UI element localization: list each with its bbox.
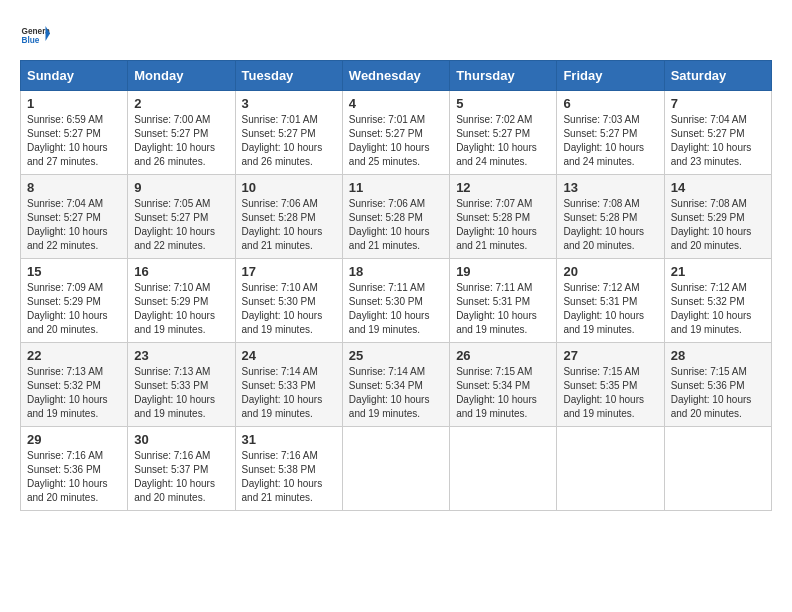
calendar-cell: 29Sunrise: 7:16 AMSunset: 5:36 PMDayligh… <box>21 427 128 511</box>
calendar-cell: 26Sunrise: 7:15 AMSunset: 5:34 PMDayligh… <box>450 343 557 427</box>
calendar-cell <box>664 427 771 511</box>
day-number: 10 <box>242 180 336 195</box>
calendar-cell: 6Sunrise: 7:03 AMSunset: 5:27 PMDaylight… <box>557 91 664 175</box>
weekday-header-thursday: Thursday <box>450 61 557 91</box>
weekday-header-monday: Monday <box>128 61 235 91</box>
day-info: Sunrise: 7:15 AMSunset: 5:36 PMDaylight:… <box>671 365 765 421</box>
day-number: 31 <box>242 432 336 447</box>
day-info: Sunrise: 7:12 AMSunset: 5:31 PMDaylight:… <box>563 281 657 337</box>
week-row-4: 22Sunrise: 7:13 AMSunset: 5:32 PMDayligh… <box>21 343 772 427</box>
day-info: Sunrise: 7:16 AMSunset: 5:37 PMDaylight:… <box>134 449 228 505</box>
weekday-header-friday: Friday <box>557 61 664 91</box>
calendar-cell: 19Sunrise: 7:11 AMSunset: 5:31 PMDayligh… <box>450 259 557 343</box>
weekday-header-wednesday: Wednesday <box>342 61 449 91</box>
day-number: 20 <box>563 264 657 279</box>
calendar-cell: 18Sunrise: 7:11 AMSunset: 5:30 PMDayligh… <box>342 259 449 343</box>
calendar-cell <box>557 427 664 511</box>
day-number: 1 <box>27 96 121 111</box>
calendar-cell: 2Sunrise: 7:00 AMSunset: 5:27 PMDaylight… <box>128 91 235 175</box>
day-info: Sunrise: 7:14 AMSunset: 5:34 PMDaylight:… <box>349 365 443 421</box>
day-info: Sunrise: 7:00 AMSunset: 5:27 PMDaylight:… <box>134 113 228 169</box>
day-number: 19 <box>456 264 550 279</box>
calendar-cell: 25Sunrise: 7:14 AMSunset: 5:34 PMDayligh… <box>342 343 449 427</box>
day-number: 9 <box>134 180 228 195</box>
day-number: 11 <box>349 180 443 195</box>
calendar-cell <box>342 427 449 511</box>
weekday-header-saturday: Saturday <box>664 61 771 91</box>
day-number: 30 <box>134 432 228 447</box>
day-info: Sunrise: 6:59 AMSunset: 5:27 PMDaylight:… <box>27 113 121 169</box>
day-info: Sunrise: 7:04 AMSunset: 5:27 PMDaylight:… <box>27 197 121 253</box>
day-number: 2 <box>134 96 228 111</box>
calendar-cell: 10Sunrise: 7:06 AMSunset: 5:28 PMDayligh… <box>235 175 342 259</box>
day-number: 6 <box>563 96 657 111</box>
day-info: Sunrise: 7:06 AMSunset: 5:28 PMDaylight:… <box>242 197 336 253</box>
calendar-cell: 20Sunrise: 7:12 AMSunset: 5:31 PMDayligh… <box>557 259 664 343</box>
day-number: 13 <box>563 180 657 195</box>
day-number: 4 <box>349 96 443 111</box>
day-info: Sunrise: 7:10 AMSunset: 5:30 PMDaylight:… <box>242 281 336 337</box>
header: General Blue <box>20 20 772 50</box>
week-row-1: 1Sunrise: 6:59 AMSunset: 5:27 PMDaylight… <box>21 91 772 175</box>
day-info: Sunrise: 7:10 AMSunset: 5:29 PMDaylight:… <box>134 281 228 337</box>
calendar-cell: 17Sunrise: 7:10 AMSunset: 5:30 PMDayligh… <box>235 259 342 343</box>
calendar-cell: 27Sunrise: 7:15 AMSunset: 5:35 PMDayligh… <box>557 343 664 427</box>
day-info: Sunrise: 7:04 AMSunset: 5:27 PMDaylight:… <box>671 113 765 169</box>
day-info: Sunrise: 7:08 AMSunset: 5:29 PMDaylight:… <box>671 197 765 253</box>
calendar-cell: 9Sunrise: 7:05 AMSunset: 5:27 PMDaylight… <box>128 175 235 259</box>
day-number: 7 <box>671 96 765 111</box>
logo: General Blue <box>20 20 50 50</box>
calendar-cell: 14Sunrise: 7:08 AMSunset: 5:29 PMDayligh… <box>664 175 771 259</box>
day-number: 24 <box>242 348 336 363</box>
day-info: Sunrise: 7:13 AMSunset: 5:33 PMDaylight:… <box>134 365 228 421</box>
day-info: Sunrise: 7:06 AMSunset: 5:28 PMDaylight:… <box>349 197 443 253</box>
calendar-cell: 8Sunrise: 7:04 AMSunset: 5:27 PMDaylight… <box>21 175 128 259</box>
day-info: Sunrise: 7:11 AMSunset: 5:30 PMDaylight:… <box>349 281 443 337</box>
weekday-header-sunday: Sunday <box>21 61 128 91</box>
week-row-2: 8Sunrise: 7:04 AMSunset: 5:27 PMDaylight… <box>21 175 772 259</box>
day-info: Sunrise: 7:11 AMSunset: 5:31 PMDaylight:… <box>456 281 550 337</box>
calendar-cell: 4Sunrise: 7:01 AMSunset: 5:27 PMDaylight… <box>342 91 449 175</box>
day-number: 8 <box>27 180 121 195</box>
weekday-header-row: SundayMondayTuesdayWednesdayThursdayFrid… <box>21 61 772 91</box>
day-info: Sunrise: 7:01 AMSunset: 5:27 PMDaylight:… <box>242 113 336 169</box>
day-info: Sunrise: 7:08 AMSunset: 5:28 PMDaylight:… <box>563 197 657 253</box>
day-number: 22 <box>27 348 121 363</box>
week-row-3: 15Sunrise: 7:09 AMSunset: 5:29 PMDayligh… <box>21 259 772 343</box>
calendar-cell: 31Sunrise: 7:16 AMSunset: 5:38 PMDayligh… <box>235 427 342 511</box>
day-info: Sunrise: 7:09 AMSunset: 5:29 PMDaylight:… <box>27 281 121 337</box>
weekday-header-tuesday: Tuesday <box>235 61 342 91</box>
svg-text:Blue: Blue <box>22 36 40 45</box>
day-info: Sunrise: 7:15 AMSunset: 5:35 PMDaylight:… <box>563 365 657 421</box>
calendar-cell: 1Sunrise: 6:59 AMSunset: 5:27 PMDaylight… <box>21 91 128 175</box>
day-number: 5 <box>456 96 550 111</box>
day-number: 25 <box>349 348 443 363</box>
calendar-cell: 23Sunrise: 7:13 AMSunset: 5:33 PMDayligh… <box>128 343 235 427</box>
day-number: 27 <box>563 348 657 363</box>
calendar-cell: 15Sunrise: 7:09 AMSunset: 5:29 PMDayligh… <box>21 259 128 343</box>
calendar-cell: 7Sunrise: 7:04 AMSunset: 5:27 PMDaylight… <box>664 91 771 175</box>
day-number: 17 <box>242 264 336 279</box>
day-number: 18 <box>349 264 443 279</box>
week-row-5: 29Sunrise: 7:16 AMSunset: 5:36 PMDayligh… <box>21 427 772 511</box>
calendar-cell: 24Sunrise: 7:14 AMSunset: 5:33 PMDayligh… <box>235 343 342 427</box>
day-number: 29 <box>27 432 121 447</box>
day-number: 14 <box>671 180 765 195</box>
calendar-cell: 30Sunrise: 7:16 AMSunset: 5:37 PMDayligh… <box>128 427 235 511</box>
day-info: Sunrise: 7:07 AMSunset: 5:28 PMDaylight:… <box>456 197 550 253</box>
calendar-cell: 5Sunrise: 7:02 AMSunset: 5:27 PMDaylight… <box>450 91 557 175</box>
day-info: Sunrise: 7:16 AMSunset: 5:38 PMDaylight:… <box>242 449 336 505</box>
calendar-cell: 22Sunrise: 7:13 AMSunset: 5:32 PMDayligh… <box>21 343 128 427</box>
calendar-cell: 3Sunrise: 7:01 AMSunset: 5:27 PMDaylight… <box>235 91 342 175</box>
logo-icon: General Blue <box>20 20 50 50</box>
day-info: Sunrise: 7:03 AMSunset: 5:27 PMDaylight:… <box>563 113 657 169</box>
day-number: 15 <box>27 264 121 279</box>
calendar-cell: 13Sunrise: 7:08 AMSunset: 5:28 PMDayligh… <box>557 175 664 259</box>
day-number: 23 <box>134 348 228 363</box>
calendar-cell: 28Sunrise: 7:15 AMSunset: 5:36 PMDayligh… <box>664 343 771 427</box>
calendar-cell: 12Sunrise: 7:07 AMSunset: 5:28 PMDayligh… <box>450 175 557 259</box>
day-number: 28 <box>671 348 765 363</box>
day-info: Sunrise: 7:01 AMSunset: 5:27 PMDaylight:… <box>349 113 443 169</box>
day-info: Sunrise: 7:02 AMSunset: 5:27 PMDaylight:… <box>456 113 550 169</box>
calendar: SundayMondayTuesdayWednesdayThursdayFrid… <box>20 60 772 511</box>
